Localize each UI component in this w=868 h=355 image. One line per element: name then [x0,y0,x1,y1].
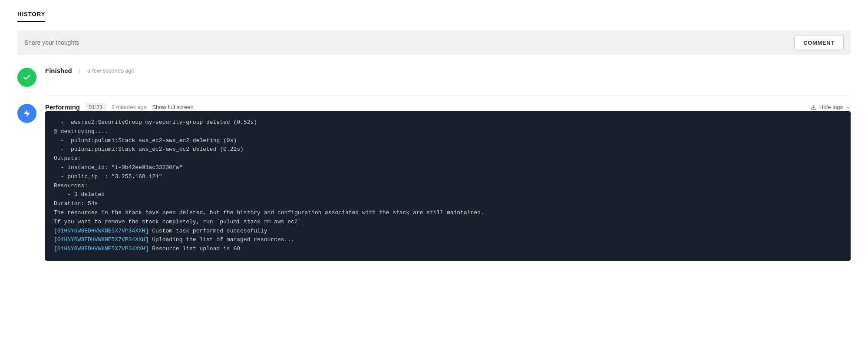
history-header: HISTORY [17,10,851,22]
performing-label: Performing [45,103,80,111]
log-block: - aws:ec2:SecurityGroup my-security-grou… [45,111,851,261]
svg-marker-0 [24,110,30,117]
log-line: @ destroying.... [54,127,842,136]
performing-meta: Performing 01:21 2 minutes ago Show full… [45,103,194,111]
performing-entry: Performing 01:21 2 minutes ago Show full… [17,103,851,261]
log-line: - 3 deleted [54,190,842,199]
duration-badge: 01:21 [85,103,106,111]
log-text: Custom task performed successfully [149,228,267,234]
comment-button[interactable]: COMMENT [794,36,844,50]
finished-content: Finished | a few seconds ago [45,67,851,74]
log-line: Duration: 54s [54,199,842,209]
finished-entry: Finished | a few seconds ago [17,67,851,87]
log-text: Uploading the list of managed resources.… [149,236,294,243]
hide-logs-label: Hide logs [819,104,843,110]
log-line: - instance_id: "i-0b42ee91ac33230fa" [54,163,842,173]
performing-badge [17,104,36,123]
page-title: HISTORY [17,11,45,22]
log-line: The resources in the stack have been del… [54,209,842,218]
finished-badge [17,68,36,87]
log-line: If you want to remove the stack complete… [54,218,842,227]
performing-timestamp: 2 minutes ago [112,104,147,110]
log-line: Outputs: [54,154,842,163]
show-fullscreen-link[interactable]: Show full screen [152,104,193,110]
hide-logs-button[interactable]: Hide logs [811,104,851,110]
log-line: - public_ip : "3.255.168.121" [54,173,842,182]
comment-bar: COMMENT [17,30,851,55]
lightning-icon [23,109,31,118]
page-container: HISTORY COMMENT Finished | a few seconds… [0,0,868,280]
log-link[interactable]: [01HNY0W8EDHVWKNE5X7VP34XXH] [54,236,149,243]
finished-row: Finished | a few seconds ago [45,67,851,74]
check-icon [23,73,31,82]
chevron-up-icon [845,105,851,110]
finished-label: Finished [45,67,72,74]
log-link[interactable]: [01HNY0W8EDHVWKNE5X7VP34XXH] [54,246,149,252]
entry-separator [45,96,851,96]
finished-timestamp: a few seconds ago [87,67,134,74]
log-line: - pulumi:pulumi:Stack aws_ec2-aws_ec2 de… [54,145,842,154]
performing-content: Performing 01:21 2 minutes ago Show full… [45,103,851,261]
performing-header-row: Performing 01:21 2 minutes ago Show full… [45,103,851,111]
pipe-divider: | [79,67,81,74]
log-line: Resources: [54,182,842,191]
log-line: - pulumi:pulumi:Stack aws_ec2-aws_ec2 de… [54,136,842,146]
comment-input[interactable] [24,39,794,46]
log-link[interactable]: [01HNY0W8EDHVWKNE5X7VP34XXH] [54,228,149,234]
log-line: - aws:ec2:SecurityGroup my-security-grou… [54,118,842,127]
download-icon [811,104,817,110]
log-text: Resource list upload is GO [149,246,240,252]
